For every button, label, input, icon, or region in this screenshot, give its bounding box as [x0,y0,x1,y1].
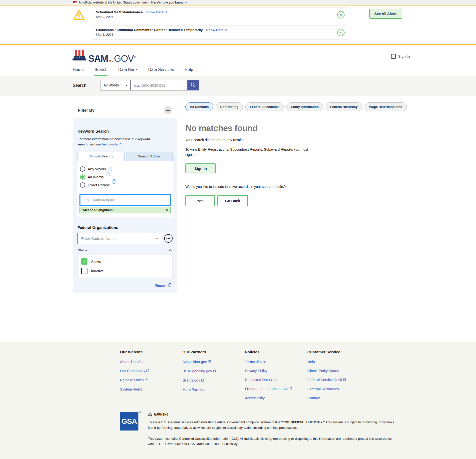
footer-heading-our-website: Our Website [120,350,182,354]
info-icon[interactable]: i [106,172,110,176]
nav-item-home[interactable]: Home [73,67,84,76]
domain-pill-federal-hierarchy[interactable]: Federal Hierarchy [326,102,362,111]
status-heading: Status [78,248,87,252]
sign-in-required-text: To view Entity Registrations, Subcontrac… [185,147,312,157]
footer-link-usaspending-gov[interactable]: USASpending.gov [182,369,245,373]
tab-search-editor[interactable]: Search Editor [126,152,173,161]
uncle-sam-hat-icon [72,49,87,63]
alert-date: Mar 6, 2026 [96,33,334,36]
footer-link-restricted-data-use[interactable]: Restricted Data Use [245,378,307,382]
external-link-icon [118,142,122,147]
status-section-toggle[interactable]: Status [78,248,172,253]
domain-pill-entity-information[interactable]: Entity Information [286,102,323,111]
see-all-alerts-button[interactable]: See All Alerts [369,9,402,19]
footer-link-terms-of-use[interactable]: Terms of Use [245,360,307,364]
footer-link-grants-gov[interactable]: Grants.gov [182,378,245,383]
domain-pill-contracting[interactable]: Contracting [216,102,243,111]
footer-link-accessibility[interactable]: Accessibility [245,396,307,400]
radio-exact-phrase[interactable] [80,182,85,188]
status-card: ✓ Active Inactive [77,255,173,278]
keyword-input[interactable] [79,194,171,206]
yes-button[interactable]: Yes [185,195,215,206]
keyword-chip-label: "Meena Puangkham" [82,208,114,212]
chevron-up-icon [169,248,172,253]
radio-all-words[interactable] [80,174,85,180]
warning-title: WARNING [154,412,168,416]
footer-heading-policies: Policies [245,350,307,354]
alert-close-icon[interactable]: × [337,29,345,36]
footer-link-our-community[interactable]: Our Community [120,369,182,373]
search-mode-value: All Words [103,83,119,87]
domain-pill-all-domains[interactable]: All Domains [185,102,213,111]
warning-paragraph-2: This system contains Controlled Unclassi… [148,436,395,447]
gsa-logo: GSA ® [120,412,138,431]
footer-link-more-partners[interactable]: More Partners [182,388,245,392]
footer-link-help[interactable]: Help [307,360,370,364]
search-row: Search All Words ▼ [0,76,476,96]
footer-link-release-notes[interactable]: Release Notes [120,378,182,382]
more-options-icon[interactable]: ••• [164,234,173,243]
how-you-know-link[interactable]: Here’s how you know [151,1,183,4]
alert-show-details-link[interactable]: Show Details [146,10,167,14]
refresh-icon[interactable] [167,283,172,288]
nav-item-data-services[interactable]: Data Services [148,67,174,76]
search-mode-select[interactable]: All Words ▼ [100,80,131,90]
keyword-search-heading: Keyword Search [77,129,173,134]
warning-outline-icon [148,412,152,417]
nav-item-data-bank[interactable]: Data Bank [118,67,137,76]
footer-heading-customer-service: Customer Service [307,350,370,354]
alert-title: Scheduled SAM Maintenance [96,10,143,14]
footer-link-system-alerts[interactable]: System Alerts [120,387,182,391]
search-input[interactable] [131,80,188,90]
external-link-icon [208,360,211,364]
chip-close-icon[interactable]: × [166,208,168,212]
text-cursor [82,197,82,203]
collapse-filters-icon[interactable]: — [164,106,172,114]
sign-in-arrow-icon: ← [391,54,396,59]
chevron-down-icon [184,1,187,4]
filter-title: Filter By [78,108,94,113]
info-icon[interactable]: i [112,179,116,184]
keyword-chip: "Meena Puangkham" × [79,207,171,213]
footer-link-federal-service-desk[interactable]: Federal Service Desk [307,378,370,382]
sign-in-link[interactable]: ← Sign In [391,54,410,59]
external-link-icon [201,379,204,383]
footer-link-privacy-policy[interactable]: Privacy Policy [245,369,307,373]
external-link-icon [289,387,293,391]
footer-link-about-this-site[interactable]: About This Site [120,360,182,364]
federal-organizations-select[interactable]: Enter Code or Name ▼ [77,233,162,244]
alert-close-icon[interactable]: × [337,11,345,18]
search-submit-button[interactable] [188,80,199,90]
radio-any-words[interactable] [80,166,85,172]
info-icon[interactable]: i [108,167,112,171]
go-back-button[interactable]: Go Back [217,195,248,206]
footer-link-contact[interactable]: Contact [307,396,370,400]
footer-link-external-resources[interactable]: External Resources [307,387,370,391]
footer-link-check-entity-status[interactable]: Check Entity Status [307,369,370,373]
checkbox-active[interactable]: ✓ [81,258,87,265]
warning-paragraph-1: This is a U.S. General Services Administ… [148,420,395,431]
search-row-label: Search [73,83,86,88]
radio-all-words-label: All Words [88,175,104,179]
help-guide-link[interactable]: help guide [102,142,117,146]
sam-gov-logo[interactable]: SAM★.GOV® [72,49,135,63]
footer-link-foia[interactable]: Freedom of Information Act [245,387,307,391]
tab-simple-search[interactable]: Simple Search [77,152,125,161]
filter-panel: Filter By — Keyword Search For more info… [73,102,177,293]
alert-date: Mar 9, 2026 [96,15,334,19]
footer-link-acquisition-gov[interactable]: Acquisition.gov [182,360,245,364]
sign-in-label: Sign In [398,54,410,58]
brand-gov: .GOV [112,54,134,63]
reset-link[interactable]: Reset [155,283,165,288]
site-header: SAM★.GOV® ← Sign In [0,45,476,66]
external-link-icon [213,369,216,373]
nav-item-search[interactable]: Search [94,67,107,76]
nav-item-help[interactable]: Help [185,67,193,76]
brand-sam: SAM [88,54,108,63]
gov-banner-text: An official website of the United States… [79,1,149,4]
domain-pill-wage-determinations[interactable]: Wage Determinations [365,102,407,111]
domain-pill-federal-assistance[interactable]: Federal Assistance [245,102,284,111]
alert-show-details-link[interactable]: Show Details [206,28,227,32]
sign-in-button[interactable]: Sign In [185,163,216,173]
checkbox-inactive[interactable] [81,268,87,274]
